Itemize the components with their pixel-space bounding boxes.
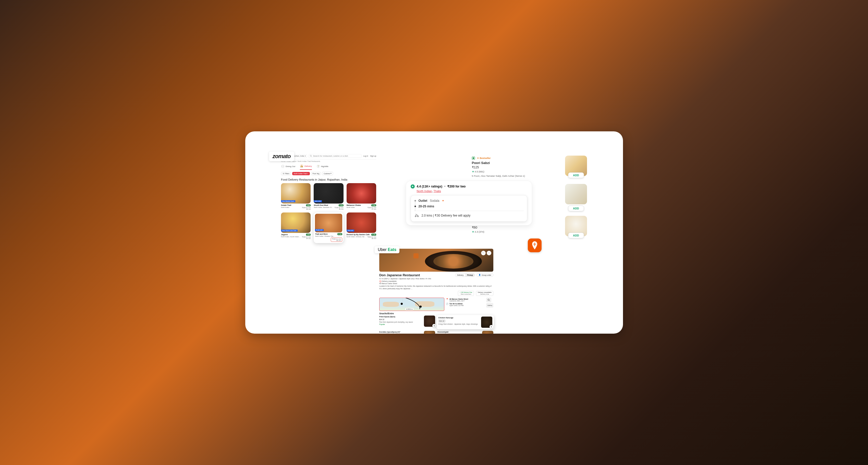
chip-bottom: Delivery time [478, 293, 492, 295]
chip-cuisines[interactable]: Cuisines ▾ [322, 172, 333, 175]
rating-badge: 4.3★ [306, 234, 311, 236]
menu-item[interactable]: Okonomiyaki $13.42 · ♥ 100% (5) Savoury … [437, 331, 493, 334]
restaurant-thumb: Free Masala Chach [281, 183, 311, 204]
menu-grid: Fried Gyoza (5pcs) $14.32 Pan-fried Japa… [379, 315, 493, 334]
svg-point-0 [310, 155, 311, 156]
food-image: + [424, 315, 435, 327]
zomato-panel: 📍 Jaipur, Rajasthan, India ▾ Search for … [281, 154, 376, 243]
search-input[interactable]: Search for restaurant, cuisine or a dish [309, 154, 362, 158]
delivery-status: Too far to deliver [450, 303, 464, 305]
price-for-two: ₹200 for two [447, 185, 466, 188]
restaurant-card-hover[interactable]: ₹100 OFF Thali and More4.1★ North Indian… [314, 212, 343, 243]
add-item-button[interactable]: + [432, 324, 436, 328]
restaurant-thumb: 20% OFF [314, 183, 343, 204]
info-chip: ✓ $0 Delivery Fee New customers [458, 291, 474, 296]
group-order-label: Group order [482, 274, 491, 276]
auth-links: Log in Sign up [363, 155, 376, 157]
search-icon [488, 299, 490, 301]
add-item-button[interactable]: + [490, 325, 493, 329]
address-line-2: Canberra 2601, ACT [450, 300, 468, 302]
swiggy-app-icon [528, 238, 541, 252]
item-image-wrap: ADD Customisable [565, 184, 587, 209]
add-button[interactable]: ADD [568, 172, 584, 178]
zomato-topbar: 📍 Jaipur, Rajasthan, India ▾ Search for … [281, 154, 376, 160]
sliders-icon [282, 173, 284, 174]
eta: 30 min [336, 240, 341, 241]
chip-cuisine-active[interactable]: North Indian Thali × [292, 172, 310, 175]
price-for-one: ₹200 for one [368, 236, 376, 238]
chip-bottom: New customers [460, 293, 472, 295]
cuisine-link[interactable]: North Indian [417, 190, 432, 193]
outlet-row[interactable]: Outlet Sodala ▼ [414, 198, 524, 204]
add-button[interactable]: ADD [568, 206, 584, 211]
address-row[interactable]: 📍 40 Marcus Clarke Street Canberra 2601,… [446, 298, 485, 302]
chevron-down-icon: ▾ [305, 155, 306, 157]
menu-item[interactable]: Korokke (1pcs/2pcs) (V)* $7.70 Potato cr… [379, 331, 435, 334]
search-icon [310, 155, 312, 157]
item-image-wrap: ADD [565, 156, 587, 176]
item-name: Chicken Kara-age [438, 317, 479, 319]
zomato-tabs: 🍽️ Dining Out 🛵 Delivery 🍸 Nightlife [281, 163, 376, 170]
favorite-button[interactable]: ♡ [481, 251, 486, 255]
price-for-one: ₹150 for one [335, 207, 343, 208]
restaurant-card[interactable]: Free Choco Lava Cake Jaypore4.3★ North I… [281, 212, 311, 243]
meta-line-3: 40 Marcus Clarke Street [379, 283, 493, 285]
delivery-fee-row: 2.0 kms | ₹30 Delivery fee will apply [414, 212, 524, 219]
address-line-1: 40 Marcus Clarke Street [450, 298, 468, 300]
fulfillment-toggle[interactable]: Delivery Pickup [455, 273, 475, 277]
tab-dining-out[interactable]: 🍽️ Dining Out [281, 164, 295, 170]
restaurant-name: Decked Up By Garden Cafe [347, 234, 370, 235]
restaurant-name: Mahaveer Dhaba [347, 204, 361, 206]
add-button[interactable]: ADD [568, 233, 584, 238]
rating-badge: 4.4★ [339, 204, 343, 206]
delivery-icon: 🛵 [300, 164, 304, 168]
map-preview[interactable]: 10,555.8 mi [379, 298, 444, 311]
tab-nightlife[interactable]: 🍸 Nightlife [316, 164, 329, 170]
restaurant-title: Don Japanese Restaurant [379, 273, 420, 277]
menu-item[interactable]: Fried Gyoza (5pcs) $14.32 Pan-fried Japa… [379, 315, 435, 329]
group-order-button[interactable]: 👤 Group order [476, 273, 493, 277]
hero-actions: ♡ ⋯ [481, 251, 491, 255]
svg-line-8 [489, 300, 490, 301]
food-image [482, 331, 493, 334]
chip-cuisines-label: Cuisines [323, 173, 330, 174]
star-badge-icon: ★ [411, 185, 415, 189]
item-price: $14.32 [379, 318, 423, 321]
bike-icon [414, 213, 419, 218]
toggle-pickup[interactable]: Pickup [465, 274, 475, 276]
info-rating-row: ★ 4.4 (11K+ ratings) • ₹200 for two [411, 185, 528, 189]
composite-frame: zomato 📍 Jaipur, Rajasthan, India ▾ Sear… [245, 131, 623, 334]
cuisine-link[interactable]: Thalis [433, 190, 441, 193]
menu-item-highlighted[interactable]: Chicken Kara-age $14.32 Crispy fried chi… [437, 315, 494, 329]
track-dot-icon [414, 200, 416, 201]
chevron-down-icon: ▾ [331, 172, 332, 174]
menu-search-button[interactable] [486, 298, 491, 302]
login-link[interactable]: Log in [363, 155, 368, 157]
tab-delivery[interactable]: 🛵 Delivery [300, 164, 312, 170]
cuisines: North Indian, Sandwich, B… [314, 207, 333, 208]
tab-dining-label: Dining Out [286, 165, 295, 168]
restaurant-name: Gulabi Thali [281, 204, 291, 206]
restaurant-info-card: ★ 4.4 (11K+ ratings) • ₹200 for two Nort… [406, 180, 532, 226]
restaurant-card[interactable]: 20% OFF Shudh Desi Meal4.4★ North Indian… [314, 183, 343, 210]
restaurant-card[interactable]: Mahaveer Dhaba3.9★ North Indian₹150 for … [347, 183, 376, 210]
track-dot-icon [414, 206, 416, 207]
chip-pure-veg[interactable]: Pure Veg [311, 172, 321, 175]
hours-row[interactable]: 🕐 Too far to deliver Open until 3:15 PM [446, 302, 485, 307]
restaurant-card[interactable]: ₹50 OFF Decked Up By Garden Cafe4.1★ Nor… [347, 212, 376, 243]
dining-icon: 🍽️ [281, 165, 285, 168]
price-highlight: ₹500 for one 30 min [331, 237, 342, 242]
item-title: Poori Sabzi [472, 160, 560, 166]
signup-link[interactable]: Sign up [370, 155, 376, 157]
cuisines: North Indian, South Indian… [281, 236, 300, 238]
chip-top: Delivery unavailable [478, 292, 492, 293]
pin-icon: 📍 [446, 298, 448, 300]
more-button[interactable]: ⋯ [487, 251, 491, 255]
item-name: Okonomiyaki [437, 331, 480, 333]
search-placeholder: Search for restaurant, cuisine or a dish [313, 155, 348, 157]
toggle-delivery[interactable]: Delivery [455, 274, 465, 276]
sort-dropdown[interactable]: rcant ▾ [486, 303, 493, 308]
restaurant-card[interactable]: Free Masala Chach Gulabi Thali3.9★ North… [281, 183, 311, 210]
rating-badge: 4.1★ [371, 234, 376, 236]
filters-button[interactable]: Filters [281, 172, 291, 175]
